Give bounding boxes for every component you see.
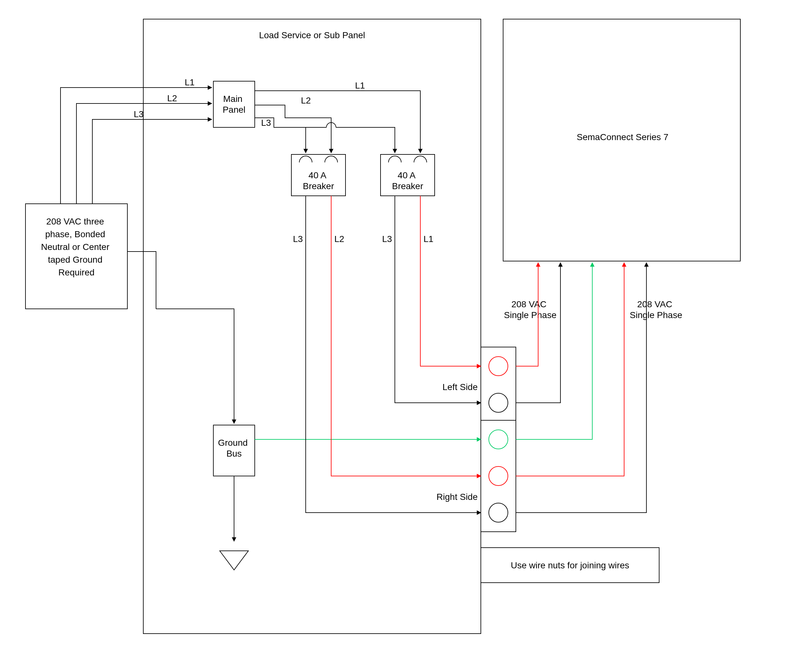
main-panel-label: Main Panel [222, 94, 246, 115]
svg-point-1 [489, 393, 508, 412]
b1-l3: L3 [293, 234, 303, 244]
svg-point-2 [489, 430, 508, 449]
wiring-diagram: Load Service or Sub Panel Main Panel 40 … [0, 0, 812, 668]
b1-l2: L2 [334, 234, 344, 244]
line-mp-l2: L2 [301, 95, 311, 105]
line-mp-l1: L1 [355, 80, 365, 90]
terminal-block-box [481, 347, 516, 532]
load-service-panel-box [143, 19, 481, 634]
main-panel-line1: Main [223, 94, 243, 104]
phase-1-label: 208 VAC Single Phase [504, 299, 556, 320]
line-l3-in: L3 [134, 109, 144, 119]
b2-l3: L3 [382, 234, 392, 244]
main-panel-line2: Panel [222, 105, 246, 115]
b2-l1: L1 [424, 234, 433, 244]
semaconnect-label: SemaConnect Series 7 [577, 132, 668, 142]
left-side-label: Left Side [442, 382, 478, 392]
wire-nuts-note: Use wire nuts for joining wires [511, 560, 629, 570]
svg-point-3 [489, 466, 508, 486]
phase-2-label: 208 VAC Single Phase [630, 299, 682, 320]
breaker-1-label: 40 A Breaker [303, 170, 334, 191]
panel-title: Load Service or Sub Panel [259, 30, 365, 40]
breaker-2-label: 40 A Breaker [392, 170, 423, 191]
svg-point-0 [489, 357, 508, 376]
svg-point-4 [489, 503, 508, 522]
main-panel-box [213, 81, 255, 127]
source-label: 208 VAC three phase, Bonded Neutral or C… [41, 217, 112, 277]
line-l1-in: L1 [185, 77, 195, 87]
ground-bus-label: Ground Bus [218, 438, 250, 459]
line-mp-l3: L3 [261, 118, 271, 128]
line-l2-in: L2 [167, 93, 177, 103]
right-side-label: Right Side [436, 492, 478, 502]
